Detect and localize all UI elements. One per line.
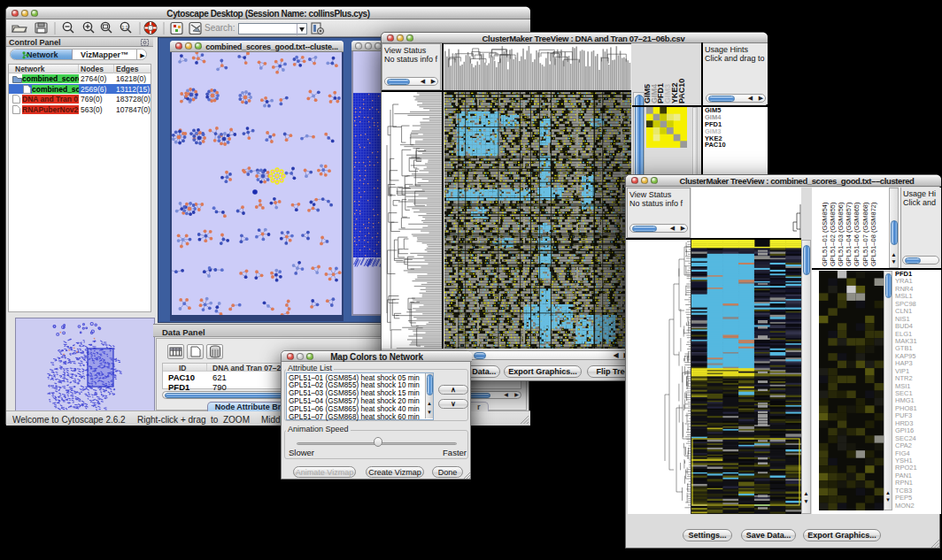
svg-text:GPL51–03 (GSM856): GPL51–03 (GSM856)	[837, 202, 845, 266]
svg-text:GPL51–07 (GSM868): GPL51–07 (GSM868)	[861, 202, 869, 266]
svg-text:GPL51–08 (GSM872): GPL51–08 (GSM872)	[869, 202, 877, 266]
svg-text:Search:: Search:	[205, 23, 235, 33]
svg-text:GPL51–04 (GSM857): GPL51–04 (GSM857)	[845, 202, 853, 266]
svg-text:1:1: 1:1	[122, 25, 128, 30]
svg-text:PAC10: PAC10	[677, 79, 686, 104]
svg-text:GPL51–06 (GSM865): GPL51–06 (GSM865)	[853, 202, 861, 266]
svg-text:GPL51–02 (GSM855): GPL51–02 (GSM855)	[829, 202, 837, 266]
svg-text:GPL51–01 (GSM854): GPL51–01 (GSM854)	[821, 202, 829, 266]
